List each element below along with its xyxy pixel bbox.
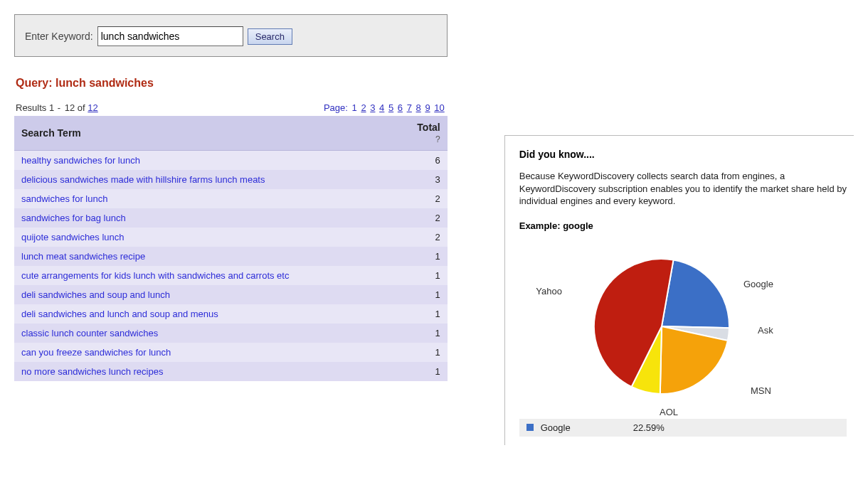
pager-page-8[interactable]: 8	[416, 102, 421, 113]
search-term-link[interactable]: deli sandwiches and soup and lunch	[14, 285, 369, 304]
chart-legend-row: Google 22.59%	[519, 419, 847, 437]
search-term-link[interactable]: quijote sandwiches lunch	[14, 228, 369, 247]
search-term-link[interactable]: sandwiches for lunch	[14, 189, 369, 208]
search-term-total: 1	[369, 247, 448, 266]
search-term-link[interactable]: deli sandwiches and lunch and soup and m…	[14, 304, 369, 324]
pager-page-3[interactable]: 3	[370, 102, 375, 113]
search-term-total: 1	[369, 362, 448, 381]
pager-page-4[interactable]: 4	[379, 102, 384, 113]
search-panel: Enter Keyword: Search	[14, 14, 448, 57]
results-to: 12	[65, 102, 75, 113]
table-row: deli sandwiches and soup and lunch1	[14, 285, 448, 304]
pie-label-msn: MSN	[751, 385, 771, 396]
pager-page-6[interactable]: 6	[398, 102, 403, 113]
query-heading: Query: lunch sandwiches	[16, 77, 448, 90]
pager-page-1: 1	[352, 102, 357, 113]
dyk-example-label: Example: google	[519, 220, 854, 231]
table-row: lunch meat sandwiches recipe1	[14, 247, 448, 266]
pager-page-7[interactable]: 7	[407, 102, 412, 113]
table-row: healthy sandwiches for lunch6	[14, 151, 448, 171]
search-term-total: 3	[369, 170, 448, 189]
results-dash: -	[54, 102, 65, 113]
table-row: classic lunch counter sandwiches1	[14, 324, 448, 343]
market-share-pie-chart: GoogleAskMSNAOLYahoo	[519, 241, 854, 419]
query-term: lunch sandwiches	[55, 77, 154, 89]
table-row: can you freeze sandwiches for lunch1	[14, 343, 448, 362]
pager-page-10[interactable]: 10	[434, 102, 444, 113]
legend-name: Google	[541, 422, 626, 433]
table-row: cute arrangements for kids lunch with sa…	[14, 266, 448, 285]
pager-page-5[interactable]: 5	[388, 102, 393, 113]
search-term-total: 1	[369, 324, 448, 343]
search-term-total: 2	[369, 228, 448, 247]
pie-label-google: Google	[743, 279, 773, 289]
search-term-link[interactable]: can you freeze sandwiches for lunch	[14, 343, 369, 362]
pager-page-9[interactable]: 9	[425, 102, 430, 113]
search-term-link[interactable]: no more sandwiches lunch recipes	[14, 362, 369, 381]
query-prefix: Query:	[16, 77, 55, 89]
search-term-total: 1	[369, 266, 448, 285]
search-button[interactable]: Search	[248, 28, 292, 45]
results-summary-bar: Results 1 - 12 of 12 Page: 1 2 3 4 5 6 7…	[14, 102, 448, 116]
search-term-link[interactable]: healthy sandwiches for lunch	[14, 151, 369, 171]
search-term-link[interactable]: sandwiches for bag lunch	[14, 208, 369, 228]
results-total-link[interactable]: 12	[88, 102, 97, 113]
search-term-total: 1	[369, 343, 448, 362]
pie-label-aol: AOL	[660, 407, 678, 417]
table-row: quijote sandwiches lunch2	[14, 228, 448, 247]
legend-value: 22.59%	[633, 422, 665, 433]
pie-label-ask: Ask	[758, 325, 773, 336]
pager-page-2[interactable]: 2	[361, 102, 366, 113]
table-row: sandwiches for lunch2	[14, 189, 448, 208]
col-header-total-text: Total	[417, 122, 440, 133]
search-term-link[interactable]: delicious sandwiches made with hillshire…	[14, 170, 369, 189]
search-term-total: 2	[369, 189, 448, 208]
keyword-input[interactable]	[97, 26, 243, 46]
search-label: Enter Keyword:	[25, 31, 93, 42]
search-term-total: 6	[369, 151, 448, 171]
table-row: sandwiches for bag lunch2	[14, 208, 448, 228]
dyk-title: Did you know....	[519, 149, 854, 160]
results-table: Search Term Total ? healthy sandwiches f…	[14, 116, 448, 381]
dyk-text: Because KeywordDiscovery collects search…	[519, 170, 854, 208]
search-term-link[interactable]: lunch meat sandwiches recipe	[14, 247, 369, 266]
pie-label-yahoo: Yahoo	[536, 286, 562, 297]
pager: Page: 1 2 3 4 5 6 7 8 9 10	[324, 102, 445, 113]
search-term-total: 1	[369, 285, 448, 304]
did-you-know-panel: Did you know.... Because KeywordDiscover…	[504, 135, 854, 445]
search-term-link[interactable]: cute arrangements for kids lunch with sa…	[14, 266, 369, 285]
table-row: no more sandwiches lunch recipes1	[14, 362, 448, 381]
table-row: delicious sandwiches made with hillshire…	[14, 170, 448, 189]
results-prefix: Results	[16, 102, 49, 113]
table-row: deli sandwiches and lunch and soup and m…	[14, 304, 448, 324]
col-header-term: Search Term	[14, 116, 369, 151]
search-term-link[interactable]: classic lunch counter sandwiches	[14, 324, 369, 343]
results-of: of	[75, 102, 88, 113]
search-term-total: 2	[369, 208, 448, 228]
search-term-total: 1	[369, 304, 448, 324]
pager-label: Page:	[324, 102, 351, 113]
col-header-total: Total ?	[369, 116, 448, 151]
total-help-icon[interactable]: ?	[376, 134, 440, 144]
legend-swatch	[526, 424, 534, 431]
